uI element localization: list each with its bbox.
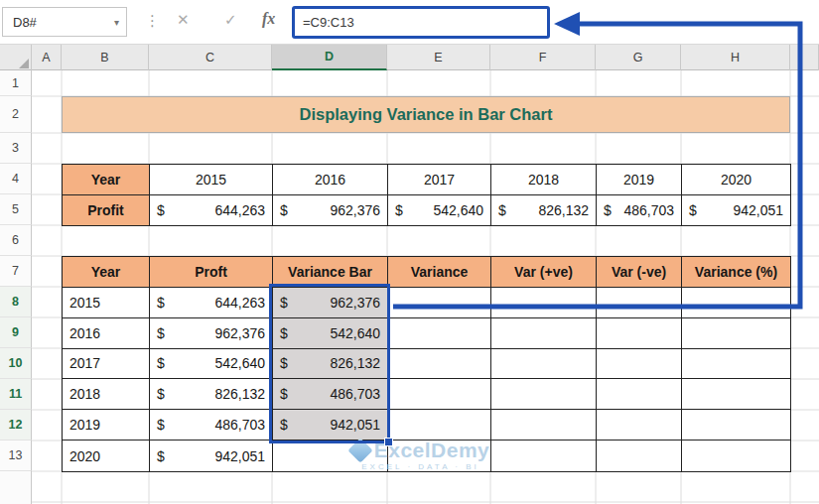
- cell-B4-year-label[interactable]: Year: [63, 165, 150, 195]
- cell-D10-selected[interactable]: $826,132: [273, 349, 388, 380]
- currency-symbol: $: [280, 295, 288, 311]
- currency-symbol: $: [157, 448, 165, 464]
- cell-E12[interactable]: [388, 410, 491, 441]
- column-header-h[interactable]: H: [681, 45, 790, 70]
- header-proft[interactable]: Proft: [150, 257, 273, 288]
- column-header-strip: A B C D E F G H: [0, 45, 819, 70]
- cell-value: 542,640: [433, 202, 483, 218]
- cell-F13[interactable]: [491, 441, 597, 471]
- cell-B13[interactable]: 2020: [63, 441, 150, 471]
- cell-E13[interactable]: [388, 441, 491, 471]
- currency-symbol: $: [157, 355, 165, 371]
- cell-F12[interactable]: [491, 410, 597, 441]
- cell-C12[interactable]: $486,703: [150, 410, 273, 441]
- excel-window: D8# ▾ ⋮ ✕ ✓ fx =C9:C13 A B C D E F G H 1…: [0, 0, 819, 504]
- cell-F11[interactable]: [491, 379, 597, 410]
- cell-value: 486,703: [623, 202, 674, 218]
- currency-symbol: $: [280, 202, 288, 218]
- column-header-g[interactable]: G: [596, 45, 681, 70]
- cell-C13[interactable]: $942,051: [150, 441, 273, 471]
- cell-G5[interactable]: $486,703: [597, 195, 682, 226]
- formula-toolbar: D8# ▾ ⋮ ✕ ✓ fx =C9:C13: [0, 0, 819, 45]
- enter-icon[interactable]: ✓: [224, 12, 237, 27]
- cell-C9[interactable]: $962,376: [150, 318, 273, 349]
- cell-G4[interactable]: 2019: [597, 165, 682, 195]
- cell-E8[interactable]: [388, 288, 491, 318]
- cell-B11[interactable]: 2018: [63, 379, 150, 410]
- toolbar-drag-handle-icon: ⋮: [145, 13, 160, 28]
- cell-H8[interactable]: [682, 288, 790, 318]
- cell-G11[interactable]: [597, 379, 682, 410]
- cell-C11[interactable]: $826,132: [150, 379, 273, 410]
- cell-H4[interactable]: 2020: [682, 165, 790, 195]
- currency-symbol: $: [157, 202, 165, 218]
- insert-function-icon[interactable]: fx: [262, 11, 275, 27]
- formula-input[interactable]: =C9:C13: [292, 6, 550, 39]
- column-header-c[interactable]: C: [149, 45, 272, 70]
- cell-C5[interactable]: $644,263: [150, 195, 273, 226]
- cell-H9[interactable]: [682, 318, 790, 349]
- name-box[interactable]: D8# ▾: [2, 7, 127, 37]
- cancel-icon[interactable]: ✕: [177, 12, 190, 27]
- cell-B5-profit-label[interactable]: Profit: [63, 195, 150, 226]
- variance-table: Year Proft Variance Bar Variance Var (+v…: [62, 256, 791, 472]
- cell-D13[interactable]: [273, 441, 388, 471]
- cell-F9[interactable]: [491, 318, 597, 349]
- cell-F10[interactable]: [491, 349, 597, 380]
- cell-B10[interactable]: 2017: [63, 349, 150, 380]
- cell-value: 644,263: [214, 295, 265, 311]
- name-box-value: D8#: [13, 15, 37, 30]
- cell-D12-selected[interactable]: $942,051: [273, 410, 388, 441]
- cell-D9-selected[interactable]: $542,640: [273, 318, 388, 349]
- cell-G10[interactable]: [597, 349, 682, 380]
- column-header-f[interactable]: F: [490, 45, 596, 70]
- cell-G9[interactable]: [597, 318, 682, 349]
- cell-H12[interactable]: [682, 410, 790, 441]
- cell-C10[interactable]: $542,640: [150, 349, 273, 380]
- cell-D4[interactable]: 2016: [273, 165, 388, 195]
- name-box-dropdown-icon[interactable]: ▾: [114, 17, 119, 28]
- cell-C4[interactable]: 2015: [150, 165, 273, 195]
- header-var-pos[interactable]: Var (+ve): [491, 257, 597, 288]
- header-var-neg[interactable]: Var (-ve): [597, 257, 682, 288]
- cell-G12[interactable]: [597, 410, 682, 441]
- header-variance-bar[interactable]: Variance Bar: [273, 257, 388, 288]
- cell-E10[interactable]: [388, 349, 491, 380]
- header-variance[interactable]: Variance: [388, 257, 491, 288]
- cell-F4[interactable]: 2018: [491, 165, 597, 195]
- cell-G8[interactable]: [597, 288, 682, 318]
- column-header-stub: [790, 45, 819, 70]
- currency-symbol: $: [280, 325, 288, 341]
- cell-E4[interactable]: 2017: [388, 165, 491, 195]
- column-header-d[interactable]: D: [272, 45, 387, 70]
- cell-C8[interactable]: $644,263: [150, 288, 273, 318]
- cell-D11-selected[interactable]: $486,703: [273, 379, 388, 410]
- cell-D8-selected[interactable]: $962,376: [273, 288, 388, 318]
- cell-H10[interactable]: [682, 349, 790, 380]
- column-header-b[interactable]: B: [62, 45, 149, 70]
- currency-symbol: $: [157, 386, 165, 402]
- cell-B8[interactable]: 2015: [63, 288, 150, 318]
- cell-G13[interactable]: [597, 441, 682, 471]
- cell-value: 962,376: [330, 202, 380, 218]
- cell-D5[interactable]: $962,376: [273, 195, 388, 226]
- cell-B9[interactable]: 2016: [63, 318, 150, 349]
- cell-H13[interactable]: [682, 441, 790, 471]
- cell-B12[interactable]: 2019: [63, 410, 150, 441]
- cell-value: 942,051: [214, 448, 265, 464]
- sheet-title-cell[interactable]: Displaying Variance in Bar Chart: [62, 96, 790, 133]
- column-header-a[interactable]: A: [32, 45, 62, 70]
- cell-E5[interactable]: $542,640: [388, 195, 491, 226]
- column-header-e[interactable]: E: [387, 45, 490, 70]
- cell-E11[interactable]: [388, 379, 491, 410]
- cell-H5[interactable]: $942,051: [682, 195, 790, 226]
- select-all-corner[interactable]: [0, 45, 32, 70]
- cell-H11[interactable]: [682, 379, 790, 410]
- currency-symbol: $: [280, 355, 288, 371]
- cell-E9[interactable]: [388, 318, 491, 349]
- cell-F5[interactable]: $826,132: [491, 195, 597, 226]
- cell-F8[interactable]: [491, 288, 597, 318]
- cell-value: 826,132: [538, 202, 589, 218]
- header-variance-pct[interactable]: Variance (%): [682, 257, 790, 288]
- header-year[interactable]: Year: [63, 257, 150, 288]
